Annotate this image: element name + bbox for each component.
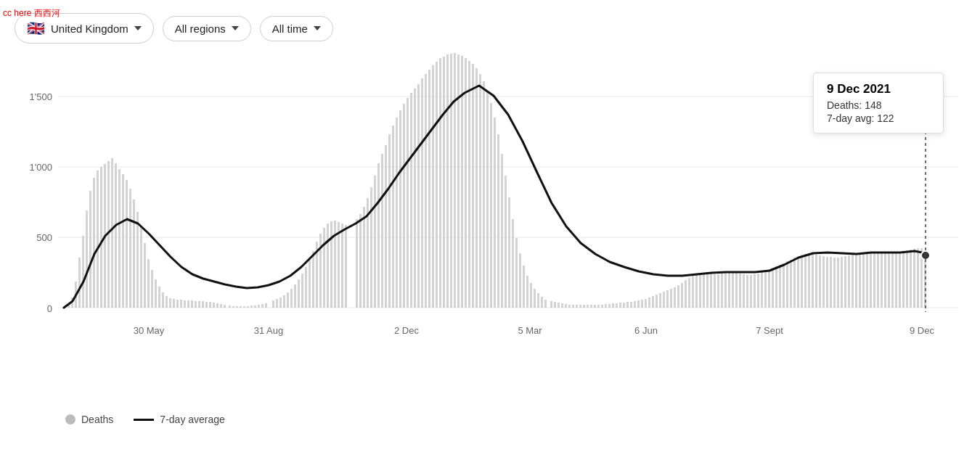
svg-rect-159 <box>601 305 603 308</box>
svg-rect-137 <box>519 253 521 308</box>
svg-rect-186 <box>699 274 701 308</box>
svg-rect-109 <box>417 84 420 308</box>
svg-rect-152 <box>576 305 578 308</box>
svg-rect-85 <box>323 228 325 308</box>
svg-rect-129 <box>490 103 492 308</box>
svg-rect-56 <box>213 303 215 308</box>
svg-rect-197 <box>739 274 741 308</box>
legend-avg-line <box>134 419 154 421</box>
svg-rect-164 <box>619 303 621 308</box>
svg-rect-206 <box>772 268 774 308</box>
svg-rect-23 <box>93 178 95 308</box>
svg-rect-229 <box>855 254 857 308</box>
svg-rect-64 <box>243 306 245 308</box>
flag-icon: 🇬🇧 <box>27 20 45 37</box>
svg-rect-42 <box>162 292 164 308</box>
svg-rect-65 <box>247 306 249 308</box>
svg-rect-180 <box>677 285 679 308</box>
tooltip-avg-value: 122 <box>877 112 894 124</box>
legend-avg-label: 7-day average <box>160 414 225 425</box>
svg-rect-93 <box>359 214 362 308</box>
svg-rect-225 <box>841 257 843 308</box>
svg-rect-143 <box>541 297 543 308</box>
svg-rect-195 <box>732 272 734 308</box>
region-chevron-icon <box>232 26 239 30</box>
svg-rect-51 <box>195 301 197 308</box>
svg-rect-89 <box>338 222 340 308</box>
svg-rect-30 <box>118 169 121 308</box>
legend-deaths-label: Deaths <box>81 414 113 425</box>
svg-rect-120 <box>457 54 460 308</box>
svg-rect-122 <box>465 58 467 308</box>
svg-rect-82 <box>312 251 314 308</box>
svg-rect-169 <box>637 300 640 308</box>
svg-rect-60 <box>229 305 231 308</box>
svg-rect-133 <box>505 176 507 308</box>
svg-rect-90 <box>341 223 343 308</box>
svg-rect-127 <box>483 81 485 308</box>
svg-rect-151 <box>572 305 574 308</box>
svg-rect-136 <box>515 238 518 308</box>
svg-rect-50 <box>191 300 193 308</box>
svg-rect-217 <box>812 254 814 308</box>
svg-rect-142 <box>537 293 539 308</box>
svg-rect-58 <box>220 304 222 308</box>
svg-rect-45 <box>173 299 175 308</box>
svg-rect-191 <box>717 274 719 308</box>
svg-rect-29 <box>115 163 117 308</box>
svg-rect-115 <box>439 58 441 308</box>
svg-rect-21 <box>86 210 88 308</box>
svg-rect-219 <box>819 255 821 308</box>
svg-rect-105 <box>403 104 405 308</box>
svg-rect-68 <box>258 305 260 308</box>
svg-rect-37 <box>144 243 146 308</box>
svg-rect-32 <box>126 180 128 308</box>
svg-text:5 Mar: 5 Mar <box>518 325 542 336</box>
svg-rect-63 <box>240 306 242 308</box>
svg-rect-92 <box>356 219 358 308</box>
svg-rect-182 <box>685 280 687 308</box>
svg-rect-126 <box>479 74 481 308</box>
svg-rect-35 <box>136 212 139 308</box>
svg-rect-47 <box>180 300 182 308</box>
svg-rect-25 <box>100 167 102 308</box>
svg-text:500: 500 <box>36 232 52 243</box>
watermark: cc here 西西河 <box>0 6 63 21</box>
svg-rect-167 <box>630 302 632 308</box>
svg-rect-101 <box>388 134 391 308</box>
tooltip-deaths-value: 148 <box>865 99 881 111</box>
svg-rect-24 <box>97 171 99 308</box>
svg-rect-158 <box>597 305 600 308</box>
country-chevron-icon <box>134 26 142 30</box>
svg-rect-46 <box>176 300 179 308</box>
svg-rect-198 <box>743 274 745 308</box>
svg-rect-91 <box>345 225 347 308</box>
time-dropdown[interactable]: All time <box>260 16 333 41</box>
svg-rect-192 <box>721 274 723 308</box>
svg-rect-31 <box>122 174 124 308</box>
svg-text:1'000: 1'000 <box>30 162 52 173</box>
svg-rect-132 <box>501 154 503 308</box>
svg-rect-213 <box>797 256 799 308</box>
svg-rect-131 <box>497 134 499 308</box>
svg-text:1'500: 1'500 <box>30 91 52 102</box>
svg-rect-185 <box>695 274 698 308</box>
svg-rect-170 <box>641 300 643 308</box>
svg-rect-110 <box>421 78 423 308</box>
svg-rect-235 <box>877 253 879 308</box>
svg-rect-72 <box>276 299 278 308</box>
svg-rect-202 <box>757 274 759 308</box>
svg-rect-76 <box>290 289 293 308</box>
svg-rect-99 <box>381 154 383 308</box>
svg-rect-28 <box>111 158 113 308</box>
region-dropdown[interactable]: All regions <box>163 16 251 41</box>
svg-rect-245 <box>913 249 915 308</box>
svg-rect-203 <box>761 272 763 308</box>
svg-rect-237 <box>884 253 886 308</box>
svg-rect-171 <box>645 299 647 308</box>
tooltip-date: 9 Dec 2021 <box>827 82 930 97</box>
chart-area: 1'500 1'000 500 0 30 May 31 Aug 2 Dec 5 … <box>0 51 980 406</box>
svg-rect-74 <box>283 295 285 308</box>
tooltip: 9 Dec 2021 Deaths: 148 7-day avg: 122 <box>813 73 944 134</box>
svg-rect-212 <box>793 258 796 308</box>
